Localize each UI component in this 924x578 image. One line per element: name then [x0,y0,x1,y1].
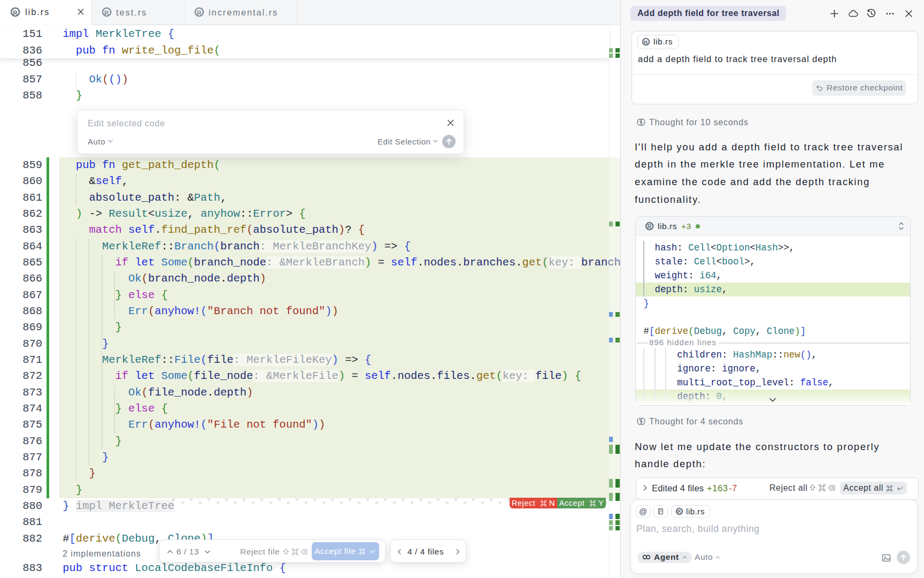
svg-text:R: R [644,39,648,45]
svg-text:R: R [647,223,651,230]
svg-text:R: R [13,9,18,16]
svg-text:R: R [197,9,202,16]
svg-text:R: R [104,9,109,16]
svg-text:R: R [677,509,681,514]
